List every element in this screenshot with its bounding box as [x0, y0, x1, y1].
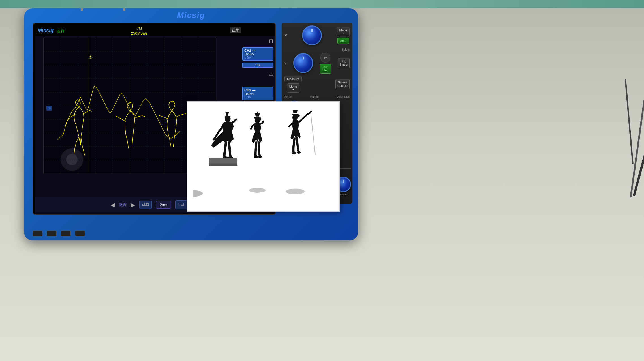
svg-rect-35 [209, 158, 237, 163]
waveform-symbol-2[interactable]: ⌓ [242, 70, 273, 77]
svg-point-49 [292, 152, 296, 154]
svg-rect-26 [147, 203, 149, 206]
svg-rect-25 [145, 203, 146, 206]
panel-row-2: y ↩ RunStop SEQSingle [284, 53, 350, 74]
ch2-label: CH2 — [244, 88, 271, 92]
svg-point-22 [66, 154, 78, 165]
connector-4 [75, 231, 85, 236]
ch1-load: L 30k [244, 56, 271, 59]
cursor-label: Cursor [310, 95, 319, 98]
sample-rate-info: 7M 250MSa/s [131, 26, 148, 36]
svg-marker-45 [293, 110, 298, 113]
top-left-knob[interactable] [302, 25, 322, 45]
next-button[interactable]: ▶ [131, 201, 135, 208]
waveform-trace [58, 86, 188, 155]
connector-3 [61, 231, 71, 236]
screen-capture-button[interactable]: ScreenCapture [335, 79, 350, 89]
svg-point-44 [286, 189, 305, 194]
svg-point-42 [254, 156, 258, 158]
auto-button[interactable]: Auto [337, 38, 349, 44]
fine-tune-label: 微调 [119, 202, 127, 207]
x-button[interactable]: × [284, 33, 287, 38]
svg-rect-24 [142, 204, 144, 206]
trigger-marker: ① [89, 55, 93, 59]
mid-left-knob[interactable] [293, 53, 313, 73]
ch1-multiplier[interactable]: 10X [242, 63, 273, 68]
run-status: 运行 [56, 28, 65, 33]
panel-row-1: × Menu ▼ Auto [284, 25, 350, 45]
ch2-voltage: 100mV [244, 92, 271, 96]
svg-rect-36 [209, 163, 237, 166]
knob-top-left-group [302, 25, 322, 45]
cable-3 [625, 79, 634, 164]
measure-button[interactable]: Measure [284, 76, 302, 82]
quick-save-label: Quick Save [337, 95, 350, 98]
silhouette-svg [193, 108, 333, 200]
menu-button[interactable]: Menu ▼ [337, 27, 350, 36]
position-label: Position [338, 193, 348, 196]
oscilloscope-brand-title: Micsig [177, 11, 205, 20]
silhouette-display [187, 102, 339, 211]
ch2-load: L 30k [244, 96, 271, 99]
waveform-symbol-1[interactable]: ⊓ [242, 38, 273, 44]
square-wave-button[interactable] [175, 200, 188, 209]
seq-single-button[interactable]: SEQSingle [338, 58, 350, 68]
select-top-label: Select [342, 48, 350, 51]
prev-button[interactable]: ◀ [111, 201, 115, 208]
connector-row [33, 231, 85, 236]
cable-area [559, 57, 644, 226]
time-division-display: 2ms [156, 201, 171, 209]
back-button[interactable]: ↩ [320, 53, 330, 63]
svg-point-50 [297, 151, 301, 154]
svg-point-18 [76, 100, 77, 101]
popup-overlay [187, 101, 340, 212]
ch2-control-box[interactable]: CH2 — 100mV L 30k [242, 87, 273, 100]
svg-point-37 [249, 188, 266, 193]
waveform-icon-button[interactable] [139, 201, 152, 209]
y-label: y [284, 61, 286, 65]
select-mid-label: Select [284, 95, 292, 98]
screen-logo: Micsig [38, 28, 54, 34]
ch1-voltage: 100mV [244, 53, 271, 56]
svg-point-43 [258, 156, 262, 158]
screen-topbar: Micsig 运行 7M 250MSa/s 正常 [35, 25, 275, 36]
svg-point-19 [129, 103, 130, 104]
svg-point-20 [171, 101, 172, 102]
menu-down-button[interactable]: Menu ▼ [287, 83, 300, 93]
ch1-control-box[interactable]: CH1 — 100mV L 30k [242, 47, 273, 61]
normal-status: 正常 [230, 27, 241, 33]
run-stop-button[interactable]: RunStop [320, 64, 331, 74]
ch2-marker: ② [46, 106, 52, 111]
ch1-label: CH1 — [244, 49, 271, 53]
knob-mid-left-group [293, 53, 313, 73]
connector-1 [33, 231, 42, 236]
top-background-strip [0, 0, 644, 8]
svg-point-31 [225, 115, 231, 122]
connector-2 [47, 231, 57, 236]
panel-row-3: Measure Menu ▼ ScreenCapture [284, 76, 350, 93]
